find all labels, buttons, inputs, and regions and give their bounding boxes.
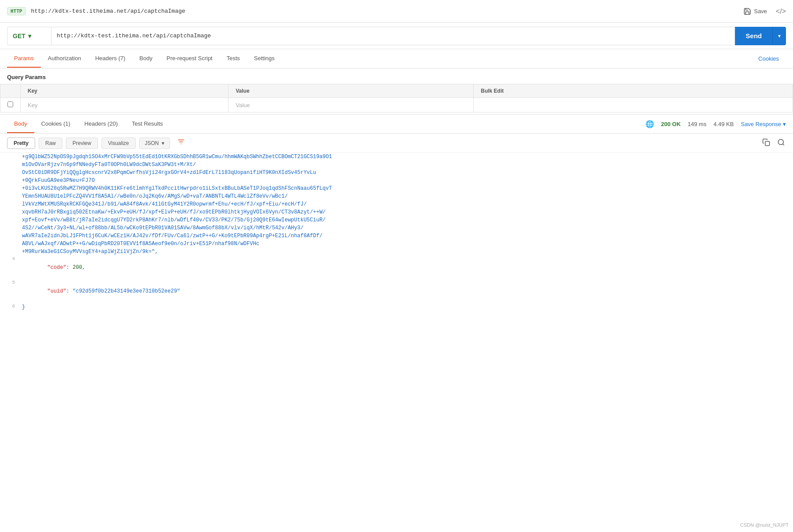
code-line: ABVL/wAJxqf/ADwtP++G/wDiqPbRD20T0EVV1f8A… xyxy=(0,240,793,248)
tab-params[interactable]: Params xyxy=(7,50,41,68)
param-checkbox[interactable] xyxy=(7,101,13,107)
col-bulk-edit[interactable]: Bulk Edit xyxy=(474,84,793,98)
send-button[interactable]: Send xyxy=(735,27,773,45)
resp-tab-test-results[interactable]: Test Results xyxy=(125,115,170,133)
send-button-group: Send ▾ xyxy=(735,27,786,45)
top-bar: HTTP http://kdtx-test.itheima.net/api/ca… xyxy=(0,0,793,23)
pretty-button[interactable]: Pretty xyxy=(7,138,35,149)
code-line: 4S2//wCeNt/3y3+NL/wl+of88bb/AL5b/wCKo9tE… xyxy=(0,224,793,232)
key-cell[interactable]: Key xyxy=(21,98,228,112)
code-line: YEmn5HUAU8U1elPFcZQ4VV1f8A5Al//wBe0n/oJq… xyxy=(0,192,793,200)
search-icon-button[interactable] xyxy=(776,138,786,149)
tab-body[interactable]: Body xyxy=(132,50,159,68)
preview-button[interactable]: Preview xyxy=(66,138,98,149)
code-line: +g9QlbWZ52NpOS9pJgdqh1SO4xMrCFW9bVp55tEd… xyxy=(0,153,793,161)
save-response-button[interactable]: Save Response ▾ xyxy=(741,121,786,127)
http-badge: HTTP xyxy=(7,7,26,15)
save-button[interactable]: Save xyxy=(743,7,767,15)
format-selector[interactable]: JSON ▾ xyxy=(139,138,170,149)
resp-tab-headers[interactable]: Headers (20) xyxy=(77,115,125,133)
format-chevron-icon: ▾ xyxy=(162,140,164,146)
code-icon: </> xyxy=(776,7,786,15)
code-line: OvStC0iDR9DFjYiQQglgHcscnrV2x8PqmCwrfhsV… xyxy=(0,169,793,177)
svg-point-4 xyxy=(778,139,783,145)
tab-tests[interactable]: Tests xyxy=(220,50,247,68)
svg-line-5 xyxy=(782,144,784,145)
svg-rect-3 xyxy=(765,141,770,145)
query-params-title: Query Params xyxy=(0,69,793,84)
resp-tab-body[interactable]: Body xyxy=(7,115,34,133)
copy-icon xyxy=(762,138,770,146)
code-line-5: 5 "uuid": "c92d59f0b22b43149e3ee7310b52e… xyxy=(0,279,793,303)
visualize-button[interactable]: Visualize xyxy=(101,138,136,149)
send-dropdown-button[interactable]: ▾ xyxy=(773,27,786,45)
tab-cookies[interactable]: Cookies xyxy=(751,50,786,67)
col-checkbox xyxy=(0,84,21,98)
col-key: Key xyxy=(21,84,228,98)
code-line: wAVR7aIe2idnJbLJ1FPht1j6CuK/wCEz1H/AJ42v… xyxy=(0,232,793,240)
code-line: xqvbRH7aJ0rRBxgiq502EtnaKw/+EkvP+eUH/fJ/… xyxy=(0,208,793,216)
method-chevron-icon: ▾ xyxy=(28,33,31,40)
bulk-actions-cell xyxy=(474,98,793,112)
filter-icon xyxy=(177,138,185,146)
save-icon xyxy=(743,7,751,15)
toolbar-icons xyxy=(761,138,786,149)
status-badge: 200 OK xyxy=(661,121,681,127)
method-label: GET xyxy=(13,33,25,40)
code-line: +0QrkFuuGA9ee3PNeu+FJ7O xyxy=(0,177,793,185)
request-tabs-bar: Params Authorization Headers (7) Body Pr… xyxy=(0,49,793,69)
copy-icon-button[interactable] xyxy=(761,138,771,149)
search-icon xyxy=(777,138,785,146)
value-cell[interactable]: Value xyxy=(228,98,474,112)
code-line-4: 4 "code": 200, xyxy=(0,256,793,279)
top-url: http://kdtx-test.itheima.net/api/captcha… xyxy=(31,8,739,14)
tab-authorization[interactable]: Authorization xyxy=(41,50,88,68)
code-line: xpf+Eovf+eVv/wB8t/jR7aIe2idcqgU7YD2rkP8A… xyxy=(0,216,793,224)
tab-settings[interactable]: Settings xyxy=(247,50,282,68)
response-tabs-bar: Body Cookies (1) Headers (20) Test Resul… xyxy=(0,114,793,134)
response-status-area: 🌐 200 OK 149 ms 4.49 KB Save Response ▾ xyxy=(645,120,786,128)
code-line: lVkVzMWtXMUSRqkRCKFGQe341J/b91/wA84f8Avk… xyxy=(0,200,793,208)
format-bar: Pretty Raw Preview Visualize JSON ▾ xyxy=(0,134,793,153)
col-value: Value xyxy=(228,84,474,98)
request-bar: GET ▾ Send ▾ xyxy=(0,23,793,49)
response-time: 149 ms xyxy=(688,121,706,127)
save-response-chevron-icon: ▾ xyxy=(783,121,786,127)
resp-tab-cookies[interactable]: Cookies (1) xyxy=(34,115,77,133)
url-input[interactable] xyxy=(51,27,735,45)
method-selector[interactable]: GET ▾ xyxy=(7,27,51,45)
raw-button[interactable]: Raw xyxy=(39,138,62,149)
params-table: Key Value Bulk Edit Key Value xyxy=(0,84,793,112)
code-line: +0i3vLKUS28q5RwMZ7H9QRWV4h0K11KFre6tlmhY… xyxy=(0,185,793,192)
table-row: Key Value xyxy=(0,98,793,112)
filter-icon-button[interactable] xyxy=(174,137,188,149)
response-size: 4.49 KB xyxy=(713,121,734,127)
row-checkbox[interactable] xyxy=(0,98,21,112)
tab-pre-request-script[interactable]: Pre-request Script xyxy=(159,50,220,68)
code-line-6: 6 } xyxy=(0,303,793,311)
globe-icon: 🌐 xyxy=(645,120,654,128)
tab-headers[interactable]: Headers (7) xyxy=(88,50,133,68)
code-line: +M9RurWa3eG1CSoyMVVsgEY4+aplWjZilVjZn/9k… xyxy=(0,248,793,256)
code-line: m1OvOVarRjzv7n6p9fNNedyFTa0T0OPh0LW9dcDW… xyxy=(0,161,793,169)
code-view: +g9QlbWZ52NpOS9pJgdqh1SO4xMrCFW9bVp55tEd… xyxy=(0,153,793,320)
